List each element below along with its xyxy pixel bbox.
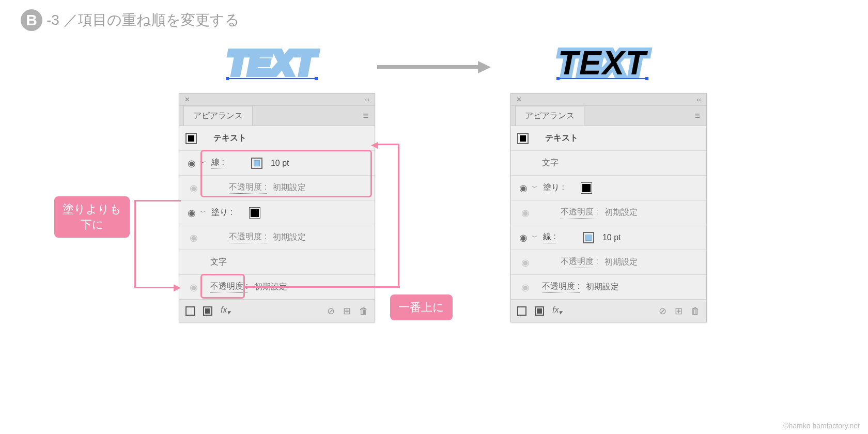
opacity-value: 初期設定: [273, 182, 306, 193]
add-effect-icon[interactable]: fx▾: [552, 305, 562, 316]
characters-row[interactable]: 文字: [511, 151, 706, 176]
annotation-line: [134, 200, 136, 288]
panel-tabs: アピアランス ≡: [179, 106, 375, 126]
collapse-icon[interactable]: ‹‹: [696, 96, 701, 103]
chevron-down-icon[interactable]: ﹀: [532, 233, 541, 242]
row-label: 不透明度 :: [229, 231, 267, 243]
stroke-row[interactable]: ◉ ﹀ 線 : 10 pt: [179, 151, 375, 176]
visibility-icon[interactable]: ◉: [515, 232, 532, 243]
stroke-weight-value[interactable]: 10 pt: [602, 233, 621, 242]
fill-row[interactable]: ◉ ﹀ 塗り :: [511, 176, 706, 200]
clear-icon[interactable]: ⊘: [327, 305, 335, 317]
visibility-icon[interactable]: ◉: [517, 282, 534, 293]
opacity-value: 初期設定: [605, 257, 638, 268]
visibility-icon[interactable]: ◉: [185, 282, 202, 293]
chevron-down-icon[interactable]: ﹀: [532, 183, 541, 192]
opacity-row[interactable]: ◉ 不透明度 : 初期設定: [511, 275, 706, 300]
duplicate-icon[interactable]: ⊞: [343, 305, 351, 317]
text-baseline: [227, 78, 316, 79]
opacity-value: 初期設定: [586, 282, 619, 292]
panel-menu-icon[interactable]: ≡: [692, 111, 702, 121]
stroke-row[interactable]: ◉ ﹀ 線 : 10 pt: [511, 225, 706, 250]
visibility-icon[interactable]: ◉: [185, 232, 202, 243]
chevron-down-icon[interactable]: ﹀: [200, 159, 209, 167]
panel-menu-icon[interactable]: ≡: [361, 111, 370, 121]
row-label: 線 :: [211, 157, 224, 169]
row-label: 不透明度 :: [542, 281, 580, 293]
appearance-tab[interactable]: アピアランス: [515, 106, 584, 126]
visibility-icon[interactable]: ◉: [515, 182, 532, 194]
sample-text-after: TEXT TEXT: [558, 44, 647, 79]
panel-titlebar: ✕ ‹‹: [179, 94, 375, 106]
new-fill-icon[interactable]: [203, 306, 212, 316]
row-label: テキスト: [545, 133, 578, 144]
clear-icon[interactable]: ⊘: [659, 305, 667, 317]
row-label: 塗り :: [211, 207, 233, 218]
characters-row[interactable]: 文字: [179, 250, 375, 275]
callout-to-top: 一番上に: [390, 295, 453, 320]
close-icon[interactable]: ✕: [184, 96, 190, 103]
fill-row[interactable]: ◉ ﹀ 塗り :: [179, 200, 375, 225]
arrow-icon: ▶: [371, 139, 378, 150]
callout-below-fill: 塗りよりも 下に: [54, 196, 130, 238]
section-number: -3: [47, 12, 59, 28]
visibility-icon[interactable]: ◉: [185, 182, 202, 194]
trash-icon[interactable]: 🗑: [691, 306, 700, 317]
credit-text: ©hamko hamfactory.net: [783, 422, 860, 430]
row-label: 不透明度 :: [561, 207, 598, 219]
panel-titlebar: ✕ ‹‹: [511, 94, 706, 106]
row-label: テキスト: [213, 133, 246, 144]
row-label: 不透明度 :: [229, 182, 267, 194]
arrow-right-icon: [377, 59, 491, 77]
visibility-icon[interactable]: ◉: [183, 207, 200, 219]
row-label: 文字: [542, 158, 559, 168]
svg-marker-1: [478, 61, 491, 73]
sample-text-before: TEXT: [227, 44, 316, 79]
appearance-tab[interactable]: アピアランス: [183, 106, 253, 126]
close-icon[interactable]: ✕: [516, 96, 522, 103]
opacity-value: 初期設定: [605, 207, 638, 218]
visibility-icon[interactable]: ◉: [183, 158, 200, 169]
new-fill-icon[interactable]: [535, 306, 544, 316]
row-label: 不透明度 :: [210, 281, 248, 293]
stroke-swatch-icon[interactable]: [251, 158, 262, 169]
stroke-weight-value[interactable]: 10 pt: [271, 159, 289, 168]
opacity-row[interactable]: ◉ 不透明度 : 初期設定: [511, 200, 706, 225]
text-object-row[interactable]: テキスト: [511, 126, 706, 151]
row-label: 不透明度 :: [561, 256, 598, 268]
panel-tabs: アピアランス ≡: [511, 106, 706, 126]
appearance-panel-after: ✕ ‹‹ アピアランス ≡ テキスト 文字 ◉ ﹀ 塗り : ◉ 不透明度 : …: [510, 93, 707, 322]
opacity-row[interactable]: ◉ 不透明度 : 初期設定: [179, 176, 375, 200]
collapse-icon[interactable]: ‹‹: [365, 96, 369, 103]
sample-text-label: TEXT: [227, 44, 316, 82]
appearance-rows: テキスト 文字 ◉ ﹀ 塗り : ◉ 不透明度 : 初期設定 ◉ ﹀ 線 : 1…: [511, 126, 706, 300]
row-label: 線 :: [543, 231, 556, 243]
panel-footer: fx▾ ⊘ ⊞ 🗑: [179, 300, 375, 322]
new-stroke-icon[interactable]: [517, 306, 526, 316]
row-label: 文字: [210, 257, 227, 268]
sample-text-fill: TEXT: [558, 44, 647, 82]
annotation-line: [375, 144, 399, 145]
fill-swatch-icon[interactable]: [581, 182, 592, 194]
annotation-line: [134, 287, 179, 288]
appearance-panel-before: ✕ ‹‹ アピアランス ≡ テキスト ◉ ﹀ 線 : 10 pt ◉ 不透明度 …: [179, 93, 375, 322]
duplicate-icon[interactable]: ⊞: [675, 305, 683, 317]
annotation-line: [134, 200, 181, 202]
text-object-row[interactable]: テキスト: [179, 126, 375, 151]
add-effect-icon[interactable]: fx▾: [221, 305, 230, 316]
fill-swatch-icon[interactable]: [249, 207, 260, 219]
annotation-line: [398, 144, 399, 287]
swatch-icon: [185, 133, 197, 144]
visibility-icon[interactable]: ◉: [517, 257, 534, 268]
opacity-value: 初期設定: [273, 232, 306, 243]
stroke-swatch-icon[interactable]: [583, 232, 594, 243]
new-stroke-icon[interactable]: [185, 306, 195, 316]
opacity-row[interactable]: ◉ 不透明度 : 初期設定: [179, 225, 375, 250]
visibility-icon[interactable]: ◉: [517, 207, 534, 219]
page-heading: B -3 ／項目の重ね順を変更する: [21, 9, 240, 31]
opacity-row[interactable]: ◉ 不透明度 : 初期設定: [511, 250, 706, 275]
chevron-down-icon[interactable]: ﹀: [200, 208, 209, 217]
arrow-icon: ▶: [174, 282, 181, 293]
text-baseline: [558, 78, 647, 79]
trash-icon[interactable]: 🗑: [359, 306, 368, 317]
